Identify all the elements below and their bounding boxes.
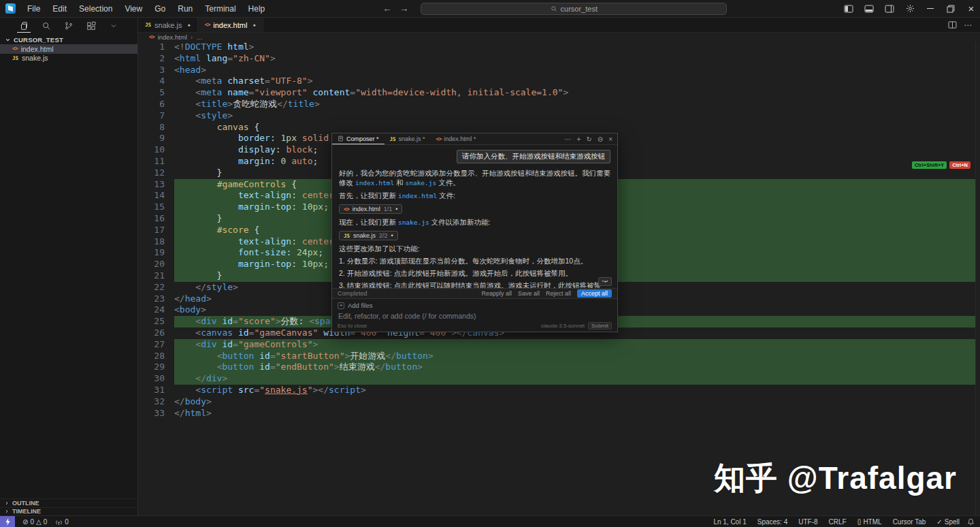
reapply-all-button[interactable]: Reapply all [481, 290, 512, 297]
toggle-panel-icon[interactable] [860, 1, 878, 16]
menu-go[interactable]: Go [149, 2, 171, 16]
encoding-setting[interactable]: UTF-8 [795, 516, 821, 527]
toggle-sidebar-icon[interactable] [840, 1, 858, 16]
eol-setting[interactable]: CRLF [826, 516, 850, 527]
restore-button[interactable] [942, 1, 960, 16]
accept-all-button[interactable]: Accept all [577, 289, 612, 298]
composer-input-area: + Add files Edit, refactor, or add code … [332, 298, 617, 332]
menu-edit[interactable]: Edit [47, 2, 72, 16]
split-editor-icon[interactable] [948, 21, 957, 29]
submit-button[interactable]: Submit [588, 322, 612, 330]
menu-run[interactable]: Run [172, 2, 198, 16]
code-line[interactable]: 28 <button id="startButton">开始游戏</button… [138, 351, 975, 362]
code-line[interactable]: 1<!DOCTYPE html> [138, 42, 975, 53]
user-message-bubble: 请你加入分数、开始游戏按钮和结束游戏按钮 [457, 150, 610, 163]
file-diff-chip-snake-js[interactable]: JSsnake.js2/2• [339, 231, 398, 240]
line-number: 17 [138, 225, 174, 236]
menu-view[interactable]: View [119, 2, 148, 16]
explorer-icon[interactable] [17, 19, 31, 33]
composer-prompt-input[interactable]: Edit, refactor, or add code (/ for comma… [338, 312, 612, 320]
file-item-snake-js[interactable]: JSsnake.js [0, 54, 137, 63]
tab-index-html[interactable]: <> index.html ● [198, 18, 263, 32]
settings-gear-icon[interactable] [901, 1, 919, 16]
line-number: 28 [138, 351, 174, 362]
assistant-paragraph: 这些更改添加了以下功能: [339, 244, 610, 253]
scroll-to-bottom-button[interactable]: ^↵ [598, 277, 612, 286]
toggle-secondary-sidebar-icon[interactable] [881, 1, 898, 16]
model-label[interactable]: claude-3.5-sonnet [541, 323, 585, 329]
chevron-down-icon[interactable] [107, 19, 120, 33]
search-panel-icon[interactable] [39, 19, 53, 33]
menu-bar: FileEditSelectionViewGoRunTerminalHelp [22, 2, 270, 16]
timeline-section[interactable]: TIMELINE [0, 507, 137, 516]
code-line[interactable]: 29 <button id="endButton">结束游戏</button> [138, 362, 975, 373]
editor-scrollbar[interactable] [975, 42, 980, 515]
html-file-icon: <> [436, 136, 442, 142]
extensions-icon[interactable] [84, 19, 98, 33]
code-line[interactable]: 4 <meta charset="UTF-8"> [138, 76, 975, 87]
indentation-setting[interactable]: Spaces: 4 [754, 516, 791, 527]
check-icon: ✓ [936, 518, 942, 526]
editor-more-actions-icon[interactable]: ⋯ [964, 20, 972, 30]
close-button[interactable]: × [962, 1, 980, 16]
cursor-tab-toggle[interactable]: Cursor Tab [889, 516, 930, 527]
composer-more-icon[interactable]: ⋯ [565, 135, 572, 143]
composer-new-icon[interactable]: + [577, 135, 581, 143]
code-line[interactable]: 8 canvas { [138, 122, 975, 133]
reject-all-button[interactable]: Reject all [546, 290, 571, 297]
explorer-sidebar: CURSOR_TEST <>index.htmlJSsnake.js OUTLI… [0, 18, 138, 515]
composer-minimize-icon[interactable]: ⊖ [598, 135, 603, 143]
file-item-index-html[interactable]: <>index.html [0, 44, 137, 54]
diff-reject-badge[interactable]: Ctrl+N [949, 161, 970, 169]
line-number: 9 [138, 133, 174, 144]
composer-tab-index-html[interactable]: <> index.html * [431, 133, 482, 144]
breadcrumb[interactable]: <> index.html › … [138, 33, 980, 42]
code-line[interactable]: 30 </div> [138, 373, 975, 385]
line-number: 10 [138, 144, 174, 156]
notifications-bell-icon[interactable] [967, 518, 975, 526]
diff-accept-badge[interactable]: Ctrl+Shift+Y [912, 161, 947, 169]
source-control-icon[interactable] [62, 19, 76, 33]
app-logo-icon[interactable] [5, 3, 16, 14]
composer-history-icon[interactable]: ↻ [586, 135, 591, 143]
menu-file[interactable]: File [22, 2, 46, 16]
menu-help[interactable]: Help [243, 2, 271, 16]
history-forward-icon[interactable]: → [399, 3, 408, 14]
code-line[interactable]: 33</html> [138, 408, 975, 419]
cursor-position[interactable]: Ln 1, Col 1 [710, 516, 749, 527]
tab-snake-js[interactable]: JS snake.js ● [138, 18, 198, 32]
modified-dot-icon[interactable]: ● [252, 22, 255, 27]
problems-indicator[interactable]: ⊘0 △0 [19, 516, 50, 527]
composer-tab-snake-js[interactable]: JS snake.js * [385, 133, 431, 144]
html-file-icon: <> [149, 34, 154, 40]
code-line[interactable]: 3<head> [138, 65, 975, 76]
remote-indicator[interactable] [0, 516, 15, 527]
modified-dot-icon[interactable]: ● [187, 22, 190, 27]
code-line[interactable]: 5 <meta name="viewport" content="width=d… [138, 87, 975, 99]
minimize-button[interactable] [921, 1, 939, 16]
ports-indicator[interactable]: 0 [52, 516, 72, 527]
composer-tab[interactable]: Composer * [332, 133, 385, 144]
diff-shortcut-badges: Ctrl+Shift+Y Ctrl+N [912, 161, 970, 169]
code-line[interactable]: 6 <title>贪吃蛇游戏</title> [138, 99, 975, 110]
outline-section[interactable]: OUTLINE [0, 498, 137, 507]
line-number: 21 [138, 270, 174, 282]
code-line[interactable]: 32</body> [138, 396, 975, 408]
line-number: 12 [138, 167, 174, 179]
file-diff-chip-index-html[interactable]: <>index.html1/1• [339, 204, 402, 214]
code-line[interactable]: 27 <div id="gameControls"> [138, 339, 975, 351]
menu-selection[interactable]: Selection [74, 2, 118, 16]
spell-check-toggle[interactable]: ✓ Spell [933, 516, 963, 527]
code-line[interactable]: 31 <script src="snake.js"></script> [138, 385, 975, 396]
code-line[interactable]: 2<html lang="zh-CN"> [138, 53, 975, 65]
save-all-button[interactable]: Save all [518, 290, 540, 297]
language-mode[interactable]: {} HTML [854, 516, 885, 527]
composer-panel: Composer * JS snake.js * <> index.html *… [331, 133, 618, 332]
folder-header[interactable]: CURSOR_TEST [0, 35, 137, 44]
menu-terminal[interactable]: Terminal [199, 2, 241, 16]
composer-close-icon[interactable]: × [608, 135, 612, 143]
search-input[interactable]: cursor_test [421, 3, 727, 15]
add-files-button[interactable]: + Add files [338, 302, 612, 309]
history-back-icon[interactable]: ← [382, 3, 391, 14]
code-line[interactable]: 7 <style> [138, 110, 975, 122]
